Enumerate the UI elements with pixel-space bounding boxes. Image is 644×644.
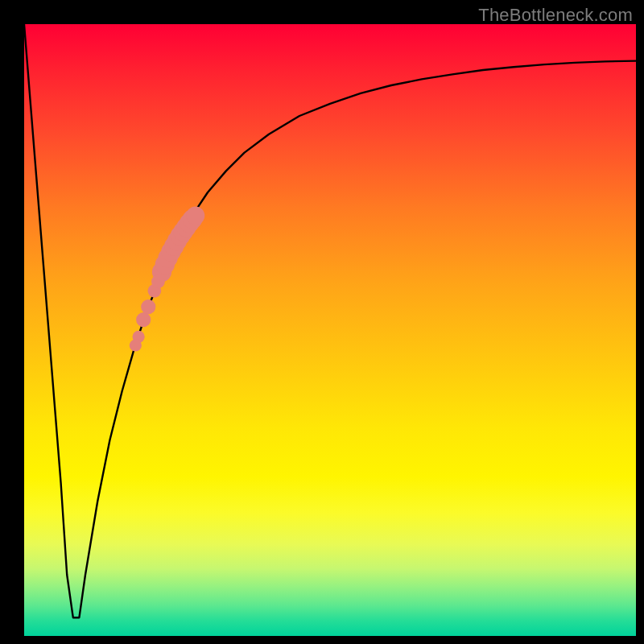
curve-marker <box>186 206 204 225</box>
curve-marker <box>151 275 165 289</box>
curve-marker <box>141 299 155 314</box>
curve-marker <box>130 339 142 351</box>
plot-area <box>24 24 636 636</box>
chart-frame: TheBottleneck.com <box>0 0 644 644</box>
watermark-text: TheBottleneck.com <box>478 5 633 26</box>
chart-svg <box>24 24 636 636</box>
bottleneck-curve <box>24 24 636 617</box>
curve-marker <box>136 312 151 327</box>
